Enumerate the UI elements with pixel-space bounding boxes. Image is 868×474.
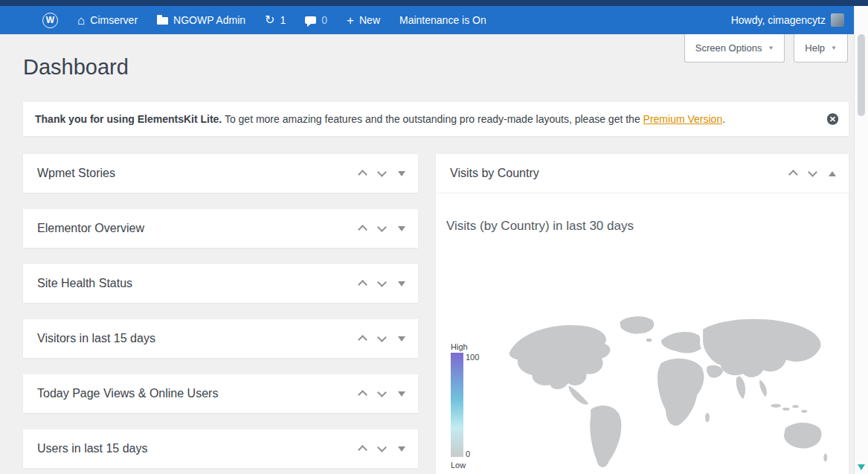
premium-version-link[interactable]: Premium Version <box>643 113 723 125</box>
site-name-menu[interactable]: ⌂ Cimserver <box>68 6 147 34</box>
ngowp-admin-label: NGOWP Admin <box>173 14 245 26</box>
collapse-toggle-icon[interactable] <box>398 281 405 286</box>
widget-header[interactable]: Wpmet Stories <box>23 154 418 193</box>
collapse-toggle-icon[interactable] <box>829 171 836 176</box>
browser-top-strip <box>0 0 868 6</box>
notice-body-text: To get more amazing features and the out… <box>222 113 643 125</box>
widget-title: Users in last 15 days <box>37 442 148 455</box>
move-up-icon[interactable] <box>358 225 367 234</box>
new-label: New <box>359 14 380 26</box>
move-down-icon[interactable] <box>377 278 387 287</box>
maintenance-label: Maintenance is On <box>399 14 486 26</box>
right-widget-column: Visits by Country Visits (by Country) in… <box>436 154 849 474</box>
widget-visits-by-country: Visits by Country Visits (by Country) in… <box>436 154 849 474</box>
collapse-toggle-icon[interactable] <box>398 446 405 452</box>
comments-count: 0 <box>321 14 327 26</box>
my-account-menu[interactable]: Howdy, cimagencytz <box>721 13 854 27</box>
home-icon: ⌂ <box>77 14 85 27</box>
legend-low-label: Low <box>451 461 479 470</box>
comments-menu[interactable]: 0 <box>295 6 337 34</box>
folder-icon <box>157 17 168 25</box>
widget-header[interactable]: Elementor Overview <box>23 209 418 248</box>
widget-title: Elementor Overview <box>37 222 144 235</box>
widget-today-page-views: Today Page Views & Online Users <box>23 374 418 413</box>
widget-title: Site Health Status <box>37 277 132 290</box>
legend-high-label: High <box>451 342 479 351</box>
widget-title: Visitors in last 15 days <box>37 332 155 345</box>
legend-max-value: 100 <box>466 353 479 362</box>
left-widget-column: Wpmet Stories Elementor Overview <box>23 154 418 474</box>
wordpress-logo-menu[interactable]: W <box>33 6 68 34</box>
widget-title: Today Page Views & Online Users <box>37 387 218 400</box>
dashboard-content: Screen Options ▼ Help ▼ Dashboard Thank … <box>0 34 868 474</box>
collapse-toggle-icon[interactable] <box>398 226 405 231</box>
move-up-icon[interactable] <box>358 390 367 400</box>
widget-elementor-overview: Elementor Overview <box>23 209 418 248</box>
widget-header[interactable]: Site Health Status <box>23 264 418 303</box>
elementskit-notice: Thank you for using ElementsKit Lite. To… <box>23 102 849 136</box>
widget-wpmet-stories: Wpmet Stories <box>23 154 418 193</box>
dismiss-icon <box>826 113 839 126</box>
screen-options-button[interactable]: Screen Options ▼ <box>684 34 785 63</box>
vertical-scrollbar[interactable] <box>854 6 868 474</box>
widget-visitors-15-days: Visitors in last 15 days <box>23 319 418 358</box>
notice-suffix: . <box>722 113 725 125</box>
collapse-toggle-icon[interactable] <box>398 336 405 342</box>
widget-header[interactable]: Users in last 15 days <box>23 429 418 468</box>
move-down-icon[interactable] <box>377 222 387 232</box>
move-down-icon[interactable] <box>808 167 817 177</box>
widget-header[interactable]: Visitors in last 15 days <box>23 319 418 358</box>
legend-min-value: 0 <box>466 449 479 458</box>
visits-widget-body: Visits (by Country) in last 30 days High… <box>436 193 849 474</box>
move-up-icon[interactable] <box>358 280 367 289</box>
chevron-down-icon: ▼ <box>768 45 774 51</box>
screen-options-label: Screen Options <box>695 42 762 54</box>
help-button[interactable]: Help ▼ <box>794 34 848 63</box>
move-down-icon[interactable] <box>377 443 387 452</box>
new-content-menu[interactable]: + New <box>337 6 390 34</box>
admin-bar: W ⌂ Cimserver NGOWP Admin ↻ 1 0 + New Ma… <box>0 6 854 34</box>
choropleth-map-block: High 100 0 Low <box>446 308 835 474</box>
map-legend: High 100 0 Low <box>451 342 479 470</box>
chevron-down-icon: ▼ <box>831 45 837 51</box>
updates-menu[interactable]: ↻ 1 <box>255 6 295 34</box>
widget-title: Wpmet Stories <box>37 167 115 180</box>
screen-meta-links: Screen Options ▼ Help ▼ <box>684 34 848 63</box>
move-down-icon[interactable] <box>377 333 387 342</box>
widget-users-15-days: Users in last 15 days <box>23 429 418 468</box>
widget-header[interactable]: Today Page Views & Online Users <box>23 374 418 413</box>
chart-title: Visits (by Country) in last 30 days <box>446 219 835 234</box>
ngowp-admin-menu[interactable]: NGOWP Admin <box>147 6 255 34</box>
widget-header[interactable]: Visits by Country <box>436 154 849 193</box>
help-label: Help <box>805 42 825 54</box>
move-up-icon[interactable] <box>358 445 367 455</box>
world-map <box>483 308 835 474</box>
updates-icon: ↻ <box>265 14 274 26</box>
widget-site-health-status: Site Health Status <box>23 264 418 303</box>
site-name-label: Cimserver <box>90 14 138 26</box>
widget-title: Visits by Country <box>450 167 539 180</box>
legend-gradient-bar <box>451 353 463 457</box>
move-up-icon[interactable] <box>788 170 798 179</box>
maintenance-menu[interactable]: Maintenance is On <box>390 6 496 34</box>
scrollbar-thumb[interactable] <box>858 34 865 116</box>
comment-icon <box>305 16 316 24</box>
updates-count: 1 <box>280 14 286 26</box>
collapse-toggle-icon[interactable] <box>398 171 405 176</box>
widget-columns: Wpmet Stories Elementor Overview <box>23 154 849 474</box>
move-down-icon[interactable] <box>377 167 387 177</box>
move-down-icon[interactable] <box>377 388 387 397</box>
scrollbar-down-arrow-icon[interactable] <box>858 464 865 470</box>
collapse-toggle-icon[interactable] <box>398 391 405 397</box>
avatar <box>831 13 844 27</box>
howdy-label: Howdy, cimagencytz <box>731 14 826 26</box>
plus-icon: + <box>347 14 354 27</box>
move-up-icon[interactable] <box>358 335 367 345</box>
move-up-icon[interactable] <box>358 170 367 179</box>
dismiss-notice-button[interactable] <box>826 113 839 126</box>
notice-bold-text: Thank you for using ElementsKit Lite. <box>35 113 222 125</box>
wordpress-logo-icon: W <box>42 13 58 28</box>
